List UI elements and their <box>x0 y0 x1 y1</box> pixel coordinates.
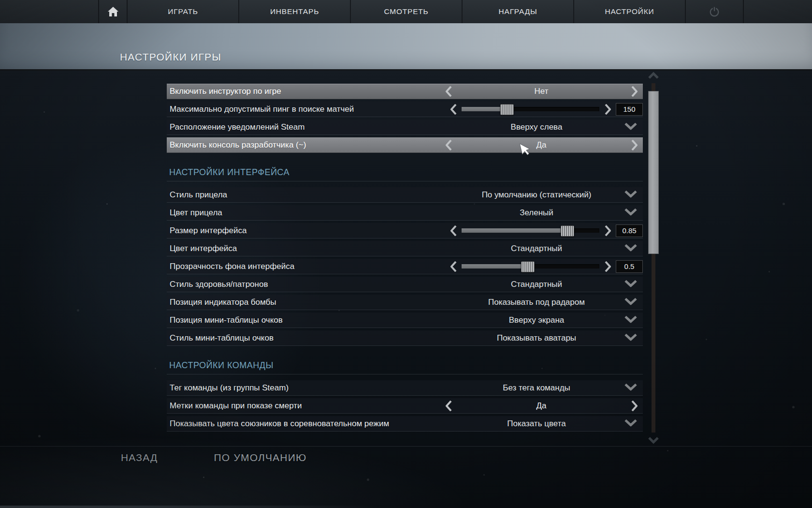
dropdown-control: По умолчанию (статический) <box>450 187 643 202</box>
setting-row-dropdown[interactable]: Тег команды (из группы Steam) Без тега к… <box>167 380 643 396</box>
slider-value-box[interactable]: 0.85 <box>616 224 643 237</box>
defaults-button[interactable]: ПО УМОЛЧАНИЮ <box>209 449 312 466</box>
chevron-down-icon[interactable] <box>624 190 637 199</box>
dropdown-control: Показать цвета <box>450 416 643 431</box>
chevron-left-icon[interactable] <box>445 138 452 152</box>
chevron-left-icon[interactable] <box>450 259 457 274</box>
setting-label: Стиль мини-таблицы очков <box>167 333 450 343</box>
nav-tab-inventory[interactable]: ИНВЕНТАРЬ <box>238 0 350 23</box>
nav-tab-awards[interactable]: НАГРАДЫ <box>462 0 573 23</box>
nav-quit-button[interactable] <box>685 0 744 23</box>
setting-row-slider[interactable]: Максимально допустимый пинг в поиске мат… <box>167 102 643 117</box>
chevron-right-icon[interactable] <box>604 259 611 274</box>
chevron-down-icon[interactable] <box>624 280 637 289</box>
slider-control: 150 <box>445 102 643 117</box>
toggle-value: Нет <box>454 87 628 96</box>
setting-label: Метки команды при показе смерти <box>167 401 440 411</box>
slider-thumb[interactable] <box>521 261 535 272</box>
setting-label: Расположение уведомлений Steam <box>167 122 450 132</box>
chevron-right-icon[interactable] <box>630 398 638 413</box>
chevron-left-icon[interactable] <box>445 398 452 413</box>
slider-value-box[interactable]: 0.5 <box>616 260 643 273</box>
nav-tab-play[interactable]: ИГРАТЬ <box>127 0 238 23</box>
chevron-left-icon[interactable] <box>450 223 457 238</box>
slider-track[interactable] <box>462 264 599 269</box>
setting-label: Цвет прицела <box>167 208 450 218</box>
setting-row-dropdown[interactable]: Стиль прицела По умолчанию (статический) <box>167 187 643 203</box>
chevron-down-icon[interactable] <box>624 208 637 217</box>
footer: НАЗАД ПО УМОЛЧАНИЮ <box>116 449 311 466</box>
dropdown-control: Показывать аватары <box>450 330 643 345</box>
page-banner: НАСТРОЙКИ ИГРЫ <box>0 23 812 71</box>
dropdown-control: Стандартный <box>450 241 643 256</box>
slider-value-box[interactable]: 150 <box>616 103 643 116</box>
setting-row-dropdown[interactable]: Позиция индикатора бомбы Показывать под … <box>167 295 643 310</box>
setting-row-dropdown[interactable]: Стиль мини-таблицы очков Показывать ават… <box>167 330 643 346</box>
setting-row-slider[interactable]: Размер интерфейса 0.85 <box>167 223 643 239</box>
back-button[interactable]: НАЗАД <box>116 449 163 466</box>
dropdown-control: Вверху экрана <box>450 313 643 328</box>
chevron-right-icon[interactable] <box>630 84 638 99</box>
chevron-down-icon[interactable] <box>624 315 637 325</box>
chevron-down-icon[interactable] <box>624 383 637 392</box>
setting-row-dropdown[interactable]: Расположение уведомлений Steam Вверху сл… <box>167 120 643 135</box>
setting-label: Прозрачность фона интерфейса <box>167 262 445 271</box>
chevron-left-icon[interactable] <box>445 84 452 99</box>
setting-label: Включить консоль разработчика (~) <box>167 140 440 150</box>
setting-row-dropdown[interactable]: Стиль здоровья/патронов Стандартный <box>167 277 643 292</box>
dropdown-value: Стандартный <box>459 280 614 289</box>
setting-row-slider[interactable]: Прозрачность фона интерфейса 0.5 <box>167 259 643 274</box>
chevron-down-icon[interactable] <box>624 419 637 428</box>
toggle-control: Да <box>440 398 643 413</box>
scrollbar-thumb[interactable] <box>648 91 659 254</box>
setting-row-dropdown[interactable]: Позиция мини-таблицы очков Вверху экрана <box>167 313 643 328</box>
chevron-right-icon[interactable] <box>630 138 638 152</box>
chevron-left-icon[interactable] <box>450 102 457 117</box>
dropdown-control: Стандартный <box>450 277 643 292</box>
slider-track[interactable] <box>462 228 599 233</box>
setting-row-dropdown[interactable]: Цвет интерфейса Стандартный <box>167 241 643 256</box>
slider-control: 0.5 <box>445 259 643 274</box>
setting-row-dropdown[interactable]: Показывать цвета союзников в соревновате… <box>167 416 643 432</box>
dropdown-value: Вверху слева <box>459 122 614 132</box>
setting-label: Цвет интерфейса <box>167 244 450 254</box>
nav-tab-settings-label: НАСТРОЙКИ <box>605 7 654 16</box>
chevron-down-icon[interactable] <box>624 244 637 253</box>
chevron-up-icon <box>648 73 659 81</box>
chevron-right-icon[interactable] <box>604 223 611 238</box>
setting-row-toggle[interactable]: Метки команды при показе смерти Да <box>167 398 643 414</box>
setting-row-dropdown[interactable]: Цвет прицела Зеленый <box>167 205 643 221</box>
chevron-down-icon[interactable] <box>624 333 637 343</box>
dropdown-value: Зеленый <box>459 208 614 218</box>
nav-tab-watch[interactable]: СМОТРЕТЬ <box>350 0 462 23</box>
slider-control: 0.85 <box>445 223 643 238</box>
settings-list: Включить инструктор по игре Нет Максимал… <box>167 84 643 434</box>
toggle-value: Да <box>454 140 628 150</box>
nav-tab-settings[interactable]: НАСТРОЙКИ <box>573 0 685 23</box>
slider-fill <box>462 264 528 269</box>
power-icon <box>709 6 720 17</box>
dropdown-value: Без тега команды <box>459 383 614 393</box>
dropdown-value: Стандартный <box>459 244 614 254</box>
nav-spacer <box>0 0 98 23</box>
setting-label: Размер интерфейса <box>167 226 445 236</box>
setting-row-toggle[interactable]: Включить консоль разработчика (~) Да <box>167 137 643 153</box>
slider-thumb[interactable] <box>500 104 514 115</box>
home-icon <box>107 6 119 17</box>
nav-home-button[interactable] <box>98 0 127 23</box>
section-header: НАСТРОЙКИ КОМАНДЫ <box>167 360 643 374</box>
slider-track[interactable] <box>462 107 599 111</box>
chevron-down-icon[interactable] <box>624 122 637 132</box>
setting-label: Включить инструктор по игре <box>167 87 440 96</box>
scrollbar-up-button[interactable] <box>648 72 659 80</box>
chevron-right-icon[interactable] <box>604 102 611 117</box>
nav-filler <box>744 0 812 23</box>
chevron-down-icon[interactable] <box>624 298 637 307</box>
setting-row-toggle[interactable]: Включить инструктор по игре Нет <box>167 84 643 99</box>
toggle-value: Да <box>454 401 628 411</box>
section-header: НАСТРОЙКИ ИНТЕРФЕЙСА <box>167 167 643 181</box>
scrollbar <box>648 72 659 445</box>
slider-thumb[interactable] <box>561 225 574 237</box>
scrollbar-down-button[interactable] <box>648 436 659 445</box>
dropdown-value: Показать цвета <box>459 419 614 429</box>
